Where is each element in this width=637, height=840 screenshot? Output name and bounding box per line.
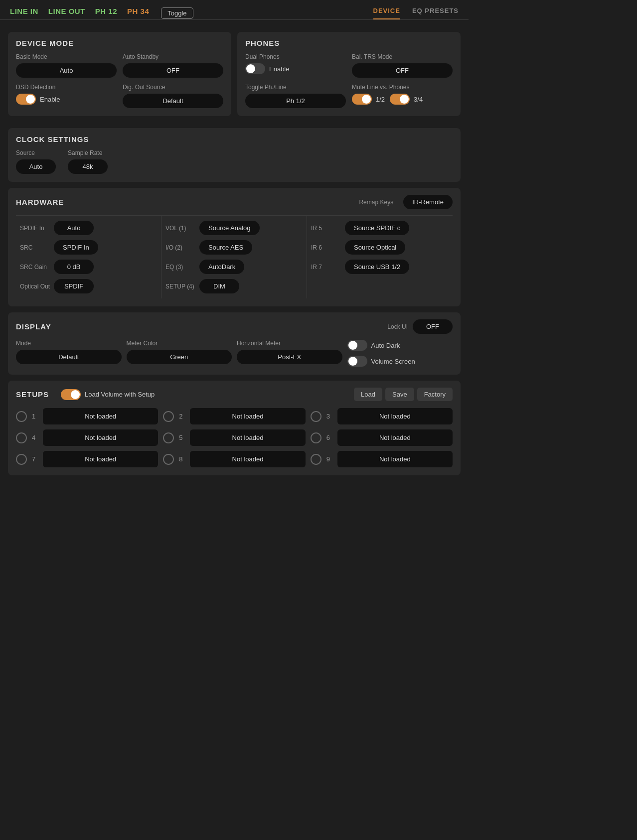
lock-ui-btn[interactable]: OFF bbox=[413, 319, 453, 334]
setup-radio-7[interactable] bbox=[16, 454, 27, 465]
setup-name-btn-6[interactable]: Not loaded bbox=[337, 429, 453, 446]
ir6-row: IR 6 Source Optical bbox=[311, 240, 449, 255]
setup-radio-5[interactable] bbox=[163, 432, 174, 443]
device-mode-section: DEVICE MODE Basic Mode Auto Auto Standby… bbox=[8, 32, 231, 116]
setups-title: SETUPS bbox=[16, 390, 49, 399]
ir5-row: IR 5 Source SPDIF c bbox=[311, 221, 449, 235]
eq3-btn[interactable]: AutoDark bbox=[199, 260, 244, 274]
ir5-btn[interactable]: Source SPDIF c bbox=[345, 221, 409, 235]
setup-radio-3[interactable] bbox=[311, 411, 321, 422]
dig-out-source-btn[interactable]: Default bbox=[123, 94, 223, 108]
hardware-grid: SPDIF In Auto SRC SPDIF In SRC Gain 0 dB… bbox=[16, 215, 453, 298]
volume-screen-toggle[interactable]: Volume Screen bbox=[347, 356, 453, 367]
src-gain-row: SRC Gain 0 dB bbox=[20, 260, 157, 274]
setup-radio-4[interactable] bbox=[16, 432, 27, 443]
load-volume-switch[interactable] bbox=[61, 389, 81, 400]
setup-radio-8[interactable] bbox=[163, 454, 174, 465]
meter-color-col: Meter Color Green bbox=[127, 340, 232, 364]
mute-12-toggle[interactable]: 1/2 bbox=[352, 94, 385, 105]
load-btn[interactable]: Load bbox=[354, 388, 382, 401]
display-mode-col: Mode Default bbox=[16, 340, 122, 364]
setup4-btn[interactable]: DIM bbox=[199, 279, 239, 293]
setup-radio-6[interactable] bbox=[311, 432, 321, 443]
clock-source-btn[interactable]: Auto bbox=[16, 159, 56, 174]
hardware-col-1: SPDIF In Auto SRC SPDIF In SRC Gain 0 dB… bbox=[16, 216, 161, 298]
nav-tab-line-in[interactable]: LINE IN bbox=[10, 7, 38, 19]
mute-34-switch[interactable] bbox=[390, 94, 410, 105]
io2-btn[interactable]: Source AES bbox=[199, 240, 252, 255]
nav-tab-ph12[interactable]: PH 12 bbox=[95, 7, 117, 19]
dsd-detection-label: DSD Detection bbox=[16, 84, 117, 91]
auto-dark-toggle[interactable]: Auto Dark bbox=[347, 340, 453, 351]
setup-name-btn-9[interactable]: Not loaded bbox=[337, 451, 453, 467]
mute-34-toggle[interactable]: 3/4 bbox=[390, 94, 423, 105]
lock-ui-group: Lock UI OFF bbox=[387, 319, 453, 334]
remap-keys-btn[interactable]: IR-Remote bbox=[403, 195, 453, 209]
dual-phones-switch[interactable] bbox=[245, 63, 265, 74]
src-gain-btn[interactable]: 0 dB bbox=[54, 260, 94, 274]
optical-out-row: Optical Out SPDIF bbox=[20, 279, 157, 293]
basic-mode-btn[interactable]: Auto bbox=[16, 63, 117, 78]
display-section: DISPLAY Lock UI OFF Mode Default Meter C… bbox=[8, 312, 461, 375]
bal-trs-btn[interactable]: OFF bbox=[352, 63, 453, 78]
setup4-label: SETUP (4) bbox=[165, 283, 195, 290]
dual-phones-toggle[interactable]: Enable bbox=[245, 63, 346, 74]
setup-num-7: 7 bbox=[32, 455, 38, 463]
horizontal-meter-btn[interactable]: Post-FX bbox=[237, 350, 342, 364]
setup-name-btn-4[interactable]: Not loaded bbox=[43, 429, 158, 446]
nav-tab-eq-presets[interactable]: EQ PRESETS bbox=[412, 7, 459, 19]
optical-out-btn[interactable]: SPDIF bbox=[54, 279, 94, 293]
src-btn[interactable]: SPDIF In bbox=[54, 240, 98, 255]
auto-standby-btn[interactable]: OFF bbox=[123, 63, 223, 78]
spdif-in-btn[interactable]: Auto bbox=[54, 221, 94, 235]
display-toggles: Auto Dark Volume Screen bbox=[347, 340, 453, 367]
auto-standby-group: Auto Standby OFF bbox=[123, 53, 223, 78]
nav-tab-line-out[interactable]: LINE OUT bbox=[48, 7, 85, 19]
ir7-label: IR 7 bbox=[311, 264, 341, 271]
setup-radio-9[interactable] bbox=[311, 454, 321, 465]
setup-name-btn-1[interactable]: Not loaded bbox=[43, 408, 158, 424]
vol1-btn[interactable]: Source Analog bbox=[199, 221, 260, 235]
toggle-ph-line-btn[interactable]: Ph 1/2 bbox=[245, 94, 346, 108]
optical-out-label: Optical Out bbox=[20, 283, 50, 290]
setup-radio-1[interactable] bbox=[16, 411, 27, 422]
ir6-btn[interactable]: Source Optical bbox=[345, 240, 405, 255]
nav-tab-device[interactable]: DEVICE bbox=[373, 7, 400, 19]
basic-mode-group: Basic Mode Auto bbox=[16, 53, 117, 78]
setup-num-1: 1 bbox=[32, 413, 38, 420]
save-btn[interactable]: Save bbox=[385, 388, 414, 401]
setup-name-btn-8[interactable]: Not loaded bbox=[190, 451, 305, 467]
mute-12-switch[interactable] bbox=[352, 94, 372, 105]
factory-btn[interactable]: Factory bbox=[417, 388, 453, 401]
meter-color-btn[interactable]: Green bbox=[127, 350, 232, 364]
setup-name-btn-3[interactable]: Not loaded bbox=[337, 408, 453, 424]
setup-name-btn-5[interactable]: Not loaded bbox=[190, 429, 305, 446]
sample-rate-group: Sample Rate 48k bbox=[68, 149, 108, 174]
dsd-switch[interactable] bbox=[16, 94, 36, 105]
sample-rate-btn[interactable]: 48k bbox=[68, 159, 108, 174]
nav-tab-ph34[interactable]: PH 34 bbox=[127, 7, 149, 19]
hardware-section: HARDWARE Remap Keys IR-Remote SPDIF In A… bbox=[8, 188, 461, 306]
setup-item-4: 4 Not loaded bbox=[16, 429, 158, 446]
setup-num-2: 2 bbox=[179, 413, 185, 420]
setup-name-btn-7[interactable]: Not loaded bbox=[43, 451, 158, 467]
auto-dark-label: Auto Dark bbox=[371, 342, 400, 349]
ir7-btn[interactable]: Source USB 1/2 bbox=[345, 260, 409, 274]
io2-row: I/O (2) Source AES bbox=[165, 240, 303, 255]
display-grid: Mode Default Meter Color Green Horizonta… bbox=[16, 340, 453, 367]
dsd-detection-toggle[interactable]: Enable bbox=[16, 94, 117, 105]
nav-right: DEVICE EQ PRESETS bbox=[373, 7, 459, 19]
src-gain-label: SRC Gain bbox=[20, 264, 50, 271]
dual-phones-label: Dual Phones bbox=[245, 53, 346, 60]
volume-screen-switch[interactable] bbox=[347, 356, 367, 367]
io2-label: I/O (2) bbox=[165, 244, 195, 251]
load-volume-toggle[interactable]: Load Volume with Setup bbox=[61, 389, 155, 400]
toggle-button[interactable]: Toggle bbox=[161, 7, 193, 19]
hardware-header: HARDWARE Remap Keys IR-Remote bbox=[16, 195, 453, 209]
auto-dark-switch[interactable] bbox=[347, 340, 367, 351]
setups-grid: 1 Not loaded 2 Not loaded 3 Not loaded 4… bbox=[16, 408, 453, 467]
setup-radio-2[interactable] bbox=[163, 411, 174, 422]
bal-trs-label: Bal. TRS Mode bbox=[352, 53, 453, 60]
setup-name-btn-2[interactable]: Not loaded bbox=[190, 408, 305, 424]
display-mode-btn[interactable]: Default bbox=[16, 350, 122, 364]
